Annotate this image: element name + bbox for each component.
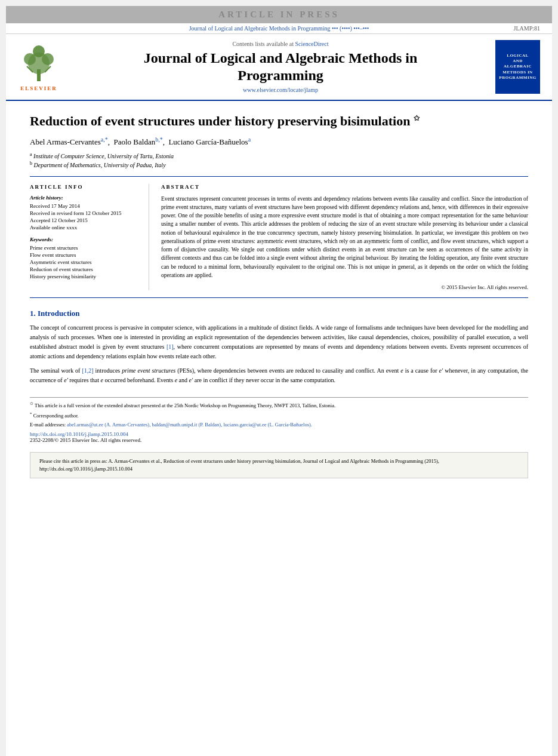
abstract-text: Event structures represent concurrent pr… [161,195,528,280]
cite-1: [1] [167,343,174,350]
top-ref-line: Journal of Logical and Algebraic Methods… [6,23,552,34]
page: ARTICLE IN PRESS JLAMP:81 Journal of Log… [6,6,552,756]
author-2-sup: b,* [155,136,163,143]
history-label: Article history: [30,195,143,201]
jid-label: JLAMP:81 [514,25,540,32]
author-3: Luciano García-Bañuelos [168,137,248,146]
intro-paragraph-1: The concept of concurrent process is per… [30,323,528,361]
history-received: Received 17 May 2014 [30,203,143,209]
sciencedirect-link[interactable]: ScienceDirect [295,41,328,47]
svg-point-5 [33,45,45,57]
author-1: Abel Armas-Cervantes [30,137,101,146]
intro-section-title: 1. Introduction [30,309,528,318]
citation-bar: Please cite this article in press as: A.… [30,452,528,478]
paper-content: Reduction of event structures under hist… [6,101,552,490]
doi-line[interactable]: http://dx.doi.org/10.1016/j.jlamp.2015.1… [30,431,528,437]
copyright-line: © 2015 Elsevier Inc. All rights reserved… [161,284,528,290]
elsevier-logo: ELSEVIER [12,42,66,91]
banner-text: ARTICLE IN PRESS [218,10,340,19]
authors-line: Abel Armas-Cervantesa,*, Paolo Baldanb,*… [30,136,528,147]
history-online: Available online xxxx [30,225,143,231]
history-accepted: Accepted 12 October 2015 [30,217,143,223]
journal-header: ELSEVIER Contents lists available at Sci… [6,34,552,101]
contents-line: Contents lists available at ScienceDirec… [72,41,489,47]
elsevier-wordmark: ELSEVIER [20,85,57,91]
author-1-sup: a,* [101,136,108,143]
article-info-col: ARTICLE INFO Article history: Received 1… [30,184,149,291]
history-revised: Received in revised form 12 October 2015 [30,210,143,216]
article-info-heading: ARTICLE INFO [30,184,143,190]
footnote-emails: E-mail addresses: abel.armas@ut.ee (A. A… [30,422,528,429]
issn-line: 2352-2208/© 2015 Elsevier Inc. All right… [30,437,528,443]
keyword-4: Reduction of event structures [30,266,143,272]
journal-title-main: Journal of Logical and Algebraic Methods… [72,50,489,84]
abstract-col: ABSTRACT Event structures represent conc… [161,184,528,291]
journal-url[interactable]: www.elsevier.com/locate/jlamp [72,87,489,93]
affil-2: b Department of Mathematics, University … [30,161,528,168]
paper-title: Reduction of event structures under hist… [30,113,528,130]
footnote-asterisk: * Corresponding author. [30,411,528,420]
footnotes: ✩ This article is a full version of the … [30,397,528,443]
email-links[interactable]: abel.armas@ut.ee (A. Armas-Cervantes), b… [67,422,312,428]
top-ref-text: Journal of Logical and Algebraic Methods… [189,25,369,32]
keywords-label: Keywords: [30,236,143,242]
elsevier-tree-icon [18,42,60,84]
title-star: ✩ [414,114,420,122]
keyword-3: Asymmetric event structures [30,259,143,265]
keyword-5: History preserving bisimilarity [30,273,143,279]
abstract-heading: ABSTRACT [161,184,528,190]
footnote-star: ✩ This article is a full version of the … [30,401,528,410]
journal-cover-image: LOGICALANDALGEBRAICMETHODS INPROGRAMMING [495,40,540,94]
cite-12: [1,2] [82,367,93,374]
affiliations: a Institute of Computer Science, Univers… [30,152,528,169]
affil-1: a Institute of Computer Science, Univers… [30,152,528,159]
journal-title-block: Contents lists available at ScienceDirec… [66,41,495,94]
keyword-1: Prime event structures [30,245,143,251]
keyword-2: Flow event structures [30,252,143,258]
article-in-press-banner: ARTICLE IN PRESS [6,6,552,23]
author-3-sup: a [248,136,251,143]
two-col-section: ARTICLE INFO Article history: Received 1… [30,176,528,299]
author-2: Paolo Baldan [113,137,155,146]
intro-paragraph-2: The seminal work of [1,2] introduces pri… [30,366,528,385]
